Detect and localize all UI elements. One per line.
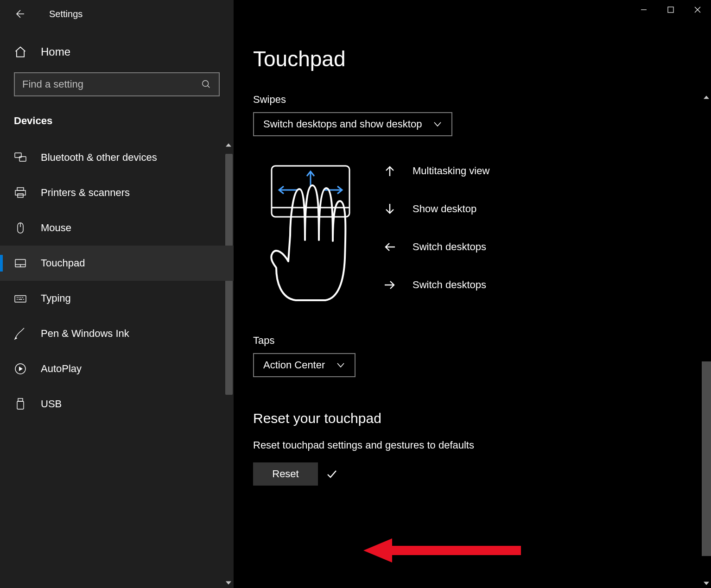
nav-list: Bluetooth & other devices Printers & sca… (0, 140, 234, 588)
taps-label: Taps (253, 335, 711, 347)
sidebar-item-label: Bluetooth & other devices (41, 152, 157, 164)
minimize-button[interactable] (630, 0, 657, 19)
svg-rect-12 (668, 7, 673, 13)
content-pane: Swipes Switch desktops and show desktop (253, 94, 711, 588)
main-scroll-up[interactable] (702, 93, 711, 102)
devices-icon (14, 151, 27, 164)
keyboard-icon (14, 292, 27, 305)
mouse-icon (14, 221, 27, 234)
swipes-label: Swipes (253, 94, 711, 106)
printer-icon (14, 186, 27, 199)
sidebar-header: Settings (0, 0, 234, 28)
legend-label: Show desktop (413, 203, 476, 215)
main-content: Touchpad Swipes Switch desktops and show… (234, 0, 711, 588)
legend-label: Switch desktops (413, 241, 486, 253)
legend-row-right: Switch desktops (384, 279, 489, 291)
swipes-selected-value: Switch desktops and show desktop (263, 118, 422, 130)
sidebar-item-usb[interactable]: USB (0, 386, 234, 422)
maximize-icon (667, 6, 674, 13)
legend-row-left: Switch desktops (384, 241, 489, 253)
app-title: Settings (49, 9, 83, 19)
sidebar-item-label: Touchpad (41, 257, 85, 269)
close-button[interactable] (684, 0, 711, 19)
sidebar-item-label: Pen & Windows Ink (41, 328, 129, 340)
search-input[interactable] (22, 78, 201, 90)
close-icon (694, 6, 701, 13)
chevron-down-icon (433, 120, 442, 129)
svg-point-0 (203, 81, 209, 87)
sidebar-item-mouse[interactable]: Mouse (0, 210, 234, 246)
search-box[interactable] (14, 72, 220, 96)
arrow-up-icon (384, 165, 396, 177)
nav-scroll-area: Bluetooth & other devices Printers & sca… (0, 140, 234, 588)
arrow-left-icon (384, 241, 396, 253)
sidebar-item-autoplay[interactable]: AutoPlay (0, 351, 234, 386)
sidebar-item-label: Printers & scanners (41, 187, 130, 199)
sidebar-item-bluetooth[interactable]: Bluetooth & other devices (0, 140, 234, 175)
home-icon (14, 45, 27, 58)
sidebar-item-typing[interactable]: Typing (0, 281, 234, 316)
sidebar-item-label: AutoPlay (41, 363, 82, 375)
legend-row-up: Multitasking view (384, 165, 489, 177)
swipes-combobox[interactable]: Switch desktops and show desktop (253, 112, 452, 136)
reset-row: Reset (253, 462, 711, 486)
main-scrollbar[interactable] (702, 93, 711, 588)
checkmark-icon (326, 468, 337, 480)
reset-button[interactable]: Reset (253, 462, 318, 486)
legend-label: Multitasking view (413, 165, 489, 177)
back-arrow-icon (14, 8, 25, 19)
arrow-right-icon (384, 279, 396, 291)
touchpad-icon (14, 257, 27, 270)
main-scroll-down[interactable] (702, 579, 711, 588)
legend-row-down: Show desktop (384, 203, 489, 215)
sidebar-item-printers[interactable]: Printers & scanners (0, 175, 234, 210)
autoplay-icon (14, 362, 27, 375)
legend-label: Switch desktops (413, 279, 486, 291)
section-heading-devices: Devices (0, 115, 234, 140)
chevron-down-icon (336, 360, 345, 370)
sidebar-item-label: Typing (41, 292, 71, 304)
svg-rect-11 (17, 401, 24, 409)
taps-selected-value: Action Center (263, 359, 325, 371)
window-controls (630, 0, 711, 19)
svg-rect-3 (17, 188, 24, 190)
main-scrollbar-thumb[interactable] (702, 361, 711, 556)
sidebar-item-label: Mouse (41, 222, 71, 234)
gesture-legend: Multitasking view Show desktop Switch de… (384, 161, 489, 291)
touchpad-gesture-illustration (253, 161, 355, 311)
usb-icon (14, 398, 27, 411)
svg-rect-5 (18, 194, 23, 197)
reset-description: Reset touchpad settings and gestures to … (253, 439, 711, 451)
home-label: Home (41, 45, 70, 58)
sidebar-item-label: USB (41, 398, 62, 410)
sidebar: Settings Home Devices (0, 0, 234, 588)
svg-rect-4 (15, 190, 25, 195)
search-icon (201, 79, 211, 89)
gesture-illustration-block: Multitasking view Show desktop Switch de… (253, 161, 711, 311)
sidebar-item-touchpad[interactable]: Touchpad (0, 246, 234, 281)
sidebar-home[interactable]: Home (0, 28, 234, 72)
taps-combobox[interactable]: Action Center (253, 353, 356, 377)
pen-icon (14, 327, 27, 340)
maximize-button[interactable] (657, 0, 684, 19)
minimize-icon (640, 6, 648, 13)
svg-rect-10 (18, 398, 23, 401)
svg-rect-8 (15, 296, 26, 302)
svg-marker-15 (363, 538, 521, 563)
arrow-down-icon (384, 203, 396, 215)
sidebar-item-pen[interactable]: Pen & Windows Ink (0, 316, 234, 351)
back-button[interactable] (14, 8, 25, 19)
reset-heading: Reset your touchpad (253, 411, 711, 426)
annotation-red-arrow (363, 537, 521, 566)
